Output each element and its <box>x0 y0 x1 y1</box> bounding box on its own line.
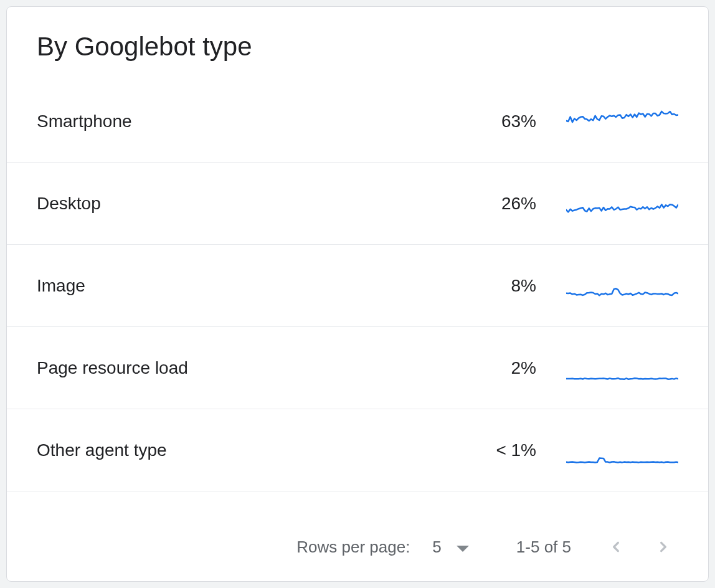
prev-page-button[interactable] <box>601 532 631 562</box>
row-label: Smartphone <box>37 111 449 131</box>
row-label: Image <box>37 276 449 296</box>
row-percent: 8% <box>449 276 536 296</box>
card-title: By Googlebot type <box>37 32 678 62</box>
sparkline <box>566 188 678 219</box>
dropdown-icon <box>457 538 469 557</box>
table-row[interactable]: Other agent type< 1% <box>7 409 708 491</box>
pagination-bar: Rows per page: 5 1-5 of 5 <box>7 513 708 581</box>
table-row[interactable]: Page resource load2% <box>7 327 708 409</box>
sparkline <box>566 270 678 301</box>
table-row[interactable]: Desktop26% <box>7 163 708 245</box>
row-percent: 63% <box>449 111 536 131</box>
row-label: Desktop <box>37 194 449 214</box>
table-row[interactable]: Image8% <box>7 245 708 327</box>
row-percent: < 1% <box>449 440 536 460</box>
table-body: Smartphone63%Desktop26%Image8%Page resou… <box>7 80 708 513</box>
sparkline <box>566 353 678 384</box>
rows-per-page-value: 5 <box>432 538 441 557</box>
googlebot-type-card: By Googlebot type Smartphone63%Desktop26… <box>6 6 709 582</box>
row-percent: 26% <box>449 194 536 214</box>
next-page-button[interactable] <box>648 532 678 562</box>
row-percent: 2% <box>449 358 536 378</box>
pagination-range: 1-5 of 5 <box>516 538 571 557</box>
sparkline <box>566 435 678 466</box>
card-header: By Googlebot type <box>7 7 708 80</box>
row-label: Other agent type <box>37 440 449 460</box>
table-row[interactable]: Smartphone63% <box>7 80 708 163</box>
rows-per-page-select[interactable]: 5 <box>427 534 473 561</box>
sparkline <box>566 106 678 137</box>
row-label: Page resource load <box>37 358 449 378</box>
rows-per-page-label: Rows per page: <box>296 538 410 557</box>
